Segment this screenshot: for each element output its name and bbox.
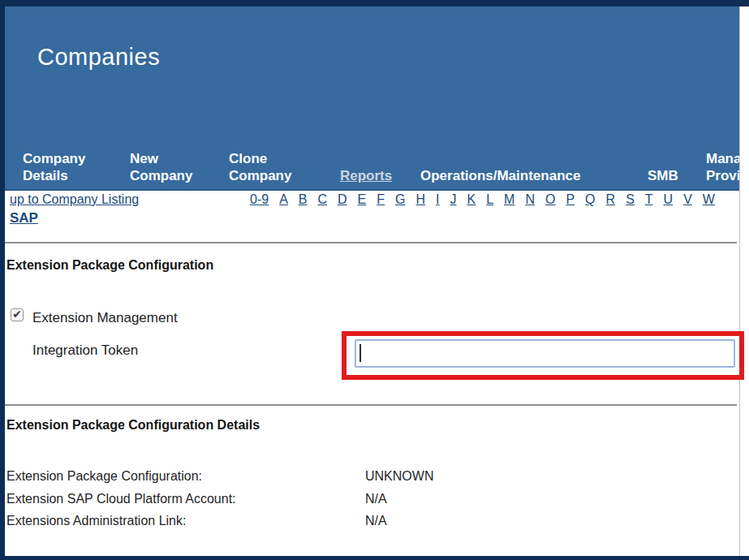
- nav-item-label: Provisioning: [706, 167, 739, 184]
- alphabet-link[interactable]: K: [467, 192, 476, 207]
- nav-item-label: Company: [23, 150, 85, 167]
- alphabet-link[interactable]: I: [436, 192, 439, 207]
- section-divider: [5, 404, 737, 406]
- section-divider: [5, 242, 737, 243]
- alphabet-link[interactable]: T: [645, 192, 653, 207]
- integration-token-label: Integration Token: [32, 342, 138, 359]
- alphabet-nav: 0-9ABCDEFGHIJKLMNOPQRSTUVW: [250, 192, 739, 212]
- detail-label: Extension SAP Cloud Platform Account:: [6, 492, 236, 506]
- text-cursor-caret: [359, 344, 361, 362]
- extension-management-label: Extension Management: [32, 310, 178, 326]
- alphabet-link[interactable]: G: [395, 192, 405, 207]
- alphabet-link[interactable]: R: [606, 192, 616, 207]
- nav-item-label: Details: [23, 167, 85, 184]
- nav-item-company-details[interactable]: Company Details: [23, 150, 85, 184]
- extension-package-configuration-details-heading: Extension Package Configuration Details: [6, 418, 260, 433]
- alphabet-link[interactable]: A: [279, 192, 288, 207]
- alphabet-link[interactable]: F: [377, 192, 385, 207]
- extension-management-checkbox[interactable]: [11, 308, 24, 321]
- nav-item-operations-maintenance[interactable]: Operations/Maintenance: [420, 167, 580, 184]
- window-frame-left: [0, 0, 5, 560]
- detail-row: Extensions Administration Link: N/A: [6, 514, 721, 528]
- detail-row: Extension SAP Cloud Platform Account: N/…: [6, 492, 721, 506]
- alphabet-link[interactable]: M: [504, 192, 514, 207]
- nav-item-reports[interactable]: Reports: [340, 167, 392, 184]
- nav-item-clone-company[interactable]: Clone Company: [229, 150, 291, 184]
- nav-item-manage-provisioning[interactable]: Manage Provisioning: [706, 150, 739, 184]
- detail-value: N/A: [365, 514, 387, 528]
- detail-label: Extension Package Configuration:: [6, 469, 202, 484]
- alphabet-link[interactable]: U: [664, 192, 674, 207]
- nav-item-label: Clone: [229, 150, 291, 167]
- alphabet-link[interactable]: B: [299, 192, 308, 207]
- nav-item-label: Company: [229, 167, 291, 184]
- alphabet-link[interactable]: 0-9: [250, 192, 269, 207]
- nav-item-label: Manage: [706, 150, 739, 167]
- alphabet-link[interactable]: O: [545, 192, 555, 207]
- nav-item-label: New: [130, 150, 192, 167]
- alphabet-link[interactable]: N: [525, 192, 535, 207]
- nav-item-new-company[interactable]: New Company: [130, 150, 192, 184]
- detail-row: Extension Package Configuration: UNKNOWN: [6, 469, 721, 484]
- alphabet-link[interactable]: L: [486, 192, 493, 207]
- integration-token-input[interactable]: [355, 339, 735, 368]
- page-title: Companies: [37, 44, 160, 71]
- window-frame-top: [0, 0, 749, 6]
- alphabet-link[interactable]: E: [358, 192, 367, 207]
- alphabet-link[interactable]: J: [450, 192, 457, 207]
- detail-label: Extensions Administration Link:: [6, 514, 186, 528]
- alphabet-link[interactable]: W: [703, 192, 715, 207]
- window-frame-bottom: [0, 556, 749, 560]
- company-sap-link[interactable]: SAP: [10, 210, 38, 226]
- alphabet-link[interactable]: D: [338, 192, 347, 207]
- nav-item-smb[interactable]: SMB: [648, 167, 678, 184]
- alphabet-link[interactable]: C: [317, 192, 327, 207]
- detail-value: N/A: [365, 492, 387, 506]
- page-header: Companies Company Details New Company Cl…: [5, 6, 739, 191]
- alphabet-link[interactable]: V: [683, 192, 692, 207]
- detail-value: UNKNOWN: [365, 469, 433, 484]
- right-gutter: [739, 6, 749, 556]
- alphabet-link[interactable]: P: [566, 192, 575, 207]
- alphabet-link[interactable]: S: [626, 192, 635, 207]
- up-to-company-listing-link[interactable]: up to Company Listing: [10, 192, 139, 207]
- companies-admin-page: Companies Company Details New Company Cl…: [0, 0, 749, 560]
- extension-package-configuration-heading: Extension Package Configuration: [6, 258, 213, 273]
- nav-item-label: Company: [130, 167, 192, 184]
- alphabet-link[interactable]: H: [416, 192, 426, 207]
- alphabet-link[interactable]: Q: [585, 192, 595, 207]
